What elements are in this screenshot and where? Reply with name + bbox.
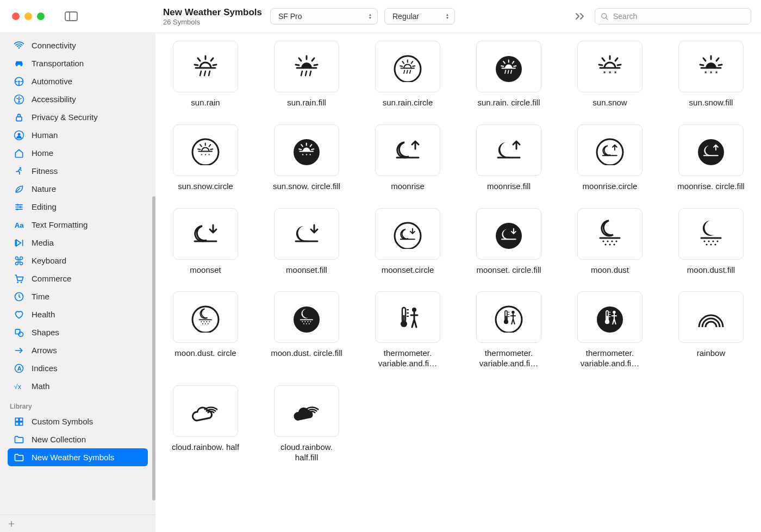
symbol-tile[interactable] bbox=[577, 291, 643, 343]
thermo-person-icon bbox=[390, 302, 425, 333]
sidebar-category-privacy-security[interactable]: Privacy & Security bbox=[8, 108, 148, 126]
symbol-tile[interactable] bbox=[577, 41, 643, 92]
symbol-tile[interactable] bbox=[678, 41, 744, 92]
sidebar-category-editing[interactable]: Editing bbox=[8, 198, 148, 216]
symbol-tile[interactable] bbox=[274, 124, 339, 176]
sun-rain-circle-fill-icon bbox=[491, 52, 526, 82]
sidebar-category-arrows[interactable]: Arrows bbox=[8, 341, 148, 359]
symbol-cell[interactable]: moonset.circle bbox=[371, 208, 445, 276]
symbol-tile[interactable] bbox=[274, 41, 339, 92]
symbol-tile[interactable] bbox=[577, 208, 643, 260]
symbol-cell[interactable]: sun.snow bbox=[573, 41, 647, 108]
symbol-tile[interactable] bbox=[678, 124, 744, 176]
minimize-window-button[interactable] bbox=[24, 12, 32, 20]
symbol-name-label: sun.snow bbox=[592, 98, 627, 108]
sidebar-category-connectivity[interactable]: Connectivity bbox=[8, 36, 148, 54]
toggle-sidebar-button[interactable] bbox=[64, 11, 78, 22]
search-input[interactable] bbox=[613, 12, 745, 21]
sidebar-category-human[interactable]: Human bbox=[8, 126, 148, 144]
symbol-tile[interactable] bbox=[375, 41, 440, 92]
overflow-button[interactable] bbox=[573, 12, 588, 20]
symbol-tile[interactable] bbox=[173, 208, 238, 260]
sidebar-category-media[interactable]: Media bbox=[8, 234, 148, 252]
symbol-name-label: sun.snow.circle bbox=[178, 181, 233, 192]
sidebar-item-label: Editing bbox=[32, 202, 57, 211]
sidebar-category-indices[interactable]: Indices bbox=[8, 359, 148, 377]
close-window-button[interactable] bbox=[12, 12, 20, 20]
sidebar-library-new-collection[interactable]: New Collection bbox=[8, 430, 148, 448]
symbol-cell[interactable]: thermometer. variable.and.fi… bbox=[573, 291, 647, 369]
sidebar-category-accessibility[interactable]: Accessibility bbox=[8, 90, 148, 108]
symbol-cell[interactable]: moonset. circle.fill bbox=[472, 208, 546, 276]
symbol-tile[interactable] bbox=[476, 41, 541, 92]
shapes-icon bbox=[13, 327, 25, 338]
symbol-cell[interactable]: moonrise bbox=[371, 124, 445, 192]
symbol-cell[interactable]: cloud.rainbow. half bbox=[169, 385, 242, 463]
zoom-window-button[interactable] bbox=[37, 12, 45, 20]
sidebar-category-fitness[interactable]: Fitness bbox=[8, 162, 148, 180]
sidebar-category-text-formatting[interactable]: Text Formatting bbox=[8, 216, 148, 234]
symbol-cell[interactable]: cloud.rainbow. half.fill bbox=[270, 385, 344, 463]
symbol-tile[interactable] bbox=[476, 291, 541, 343]
font-weight-select[interactable]: Regular ▲▼ bbox=[384, 8, 455, 24]
sidebar-category-commerce[interactable]: Commerce bbox=[8, 270, 148, 287]
symbol-cell[interactable]: sun.snow.fill bbox=[674, 41, 748, 108]
symbol-tile[interactable] bbox=[375, 291, 440, 343]
symbol-cell[interactable]: sun.rain bbox=[169, 41, 242, 108]
symbol-cell[interactable]: thermometer. variable.and.fi… bbox=[472, 291, 546, 369]
sidebar-category-math[interactable]: Math bbox=[8, 377, 148, 395]
sidebar-category-time[interactable]: Time bbox=[8, 287, 148, 305]
symbol-tile[interactable] bbox=[577, 124, 643, 176]
sidebar-item-label: Automotive bbox=[32, 77, 72, 86]
symbol-tile[interactable] bbox=[274, 291, 339, 343]
sidebar-category-shapes[interactable]: Shapes bbox=[8, 323, 148, 341]
symbol-cell[interactable]: moonrise.fill bbox=[472, 124, 546, 192]
wifi-icon bbox=[13, 40, 25, 51]
sidebar-library-new-weather-symbols[interactable]: New Weather Symbols bbox=[8, 448, 148, 466]
symbol-cell[interactable]: sun.rain. circle.fill bbox=[472, 41, 546, 108]
symbol-cell[interactable]: sun.snow.circle bbox=[169, 124, 242, 192]
symbol-tile[interactable] bbox=[173, 124, 238, 176]
symbol-tile[interactable] bbox=[173, 291, 238, 343]
sidebar-category-keyboard[interactable]: Keyboard bbox=[8, 252, 148, 270]
symbol-cell[interactable]: sun.rain.circle bbox=[371, 41, 445, 108]
symbol-cell[interactable]: moon.dust.fill bbox=[674, 208, 748, 276]
symbol-cell[interactable]: sun.rain.fill bbox=[270, 41, 344, 108]
sidebar-scrollbar[interactable] bbox=[152, 196, 155, 500]
steering-icon bbox=[13, 76, 25, 87]
symbol-cell[interactable]: moon.dust bbox=[573, 208, 647, 276]
symbol-tile[interactable] bbox=[678, 291, 744, 343]
sun-rain-circle-icon bbox=[390, 52, 425, 82]
symbol-tile[interactable] bbox=[476, 124, 541, 176]
symbol-cell[interactable]: moonset.fill bbox=[270, 208, 344, 276]
sidebar-category-home[interactable]: Home bbox=[8, 144, 148, 162]
symbol-cell[interactable]: moonrise.circle bbox=[573, 124, 647, 192]
symbol-tile[interactable] bbox=[173, 385, 238, 437]
sidebar-add-button[interactable] bbox=[0, 515, 155, 532]
symbol-tile[interactable] bbox=[375, 208, 440, 260]
symbol-tile[interactable] bbox=[274, 208, 339, 260]
sidebar-category-transportation[interactable]: Transportation bbox=[8, 54, 148, 72]
sidebar-library-custom-symbols[interactable]: Custom Symbols bbox=[8, 412, 148, 430]
clock-icon bbox=[13, 291, 25, 302]
symbol-tile[interactable] bbox=[375, 124, 440, 176]
search-field[interactable] bbox=[595, 8, 751, 24]
sidebar-category-health[interactable]: Health bbox=[8, 305, 148, 323]
symbol-tile[interactable] bbox=[678, 208, 744, 260]
font-family-select[interactable]: SF Pro ▲▼ bbox=[270, 8, 378, 24]
symbol-cell[interactable]: moonrise. circle.fill bbox=[674, 124, 748, 192]
symbol-cell[interactable]: sun.snow. circle.fill bbox=[270, 124, 344, 192]
svg-line-67 bbox=[606, 17, 608, 20]
search-icon bbox=[601, 12, 609, 21]
symbol-cell[interactable]: rainbow bbox=[674, 291, 748, 369]
symbol-tile[interactable] bbox=[274, 385, 339, 437]
symbol-cell[interactable]: thermometer. variable.and.fi… bbox=[371, 291, 445, 369]
symbol-cell[interactable]: moon.dust. circle bbox=[169, 291, 242, 369]
symbol-cell[interactable]: moon.dust. circle.fill bbox=[270, 291, 344, 369]
sidebar-category-automotive[interactable]: Automotive bbox=[8, 72, 148, 90]
symbol-tile[interactable] bbox=[476, 208, 541, 260]
sidebar-category-nature[interactable]: Nature bbox=[8, 180, 148, 198]
symbol-tile[interactable] bbox=[173, 41, 238, 92]
symbol-cell[interactable]: moonset bbox=[169, 208, 242, 276]
moonrise-circle-fill-icon bbox=[694, 135, 728, 165]
